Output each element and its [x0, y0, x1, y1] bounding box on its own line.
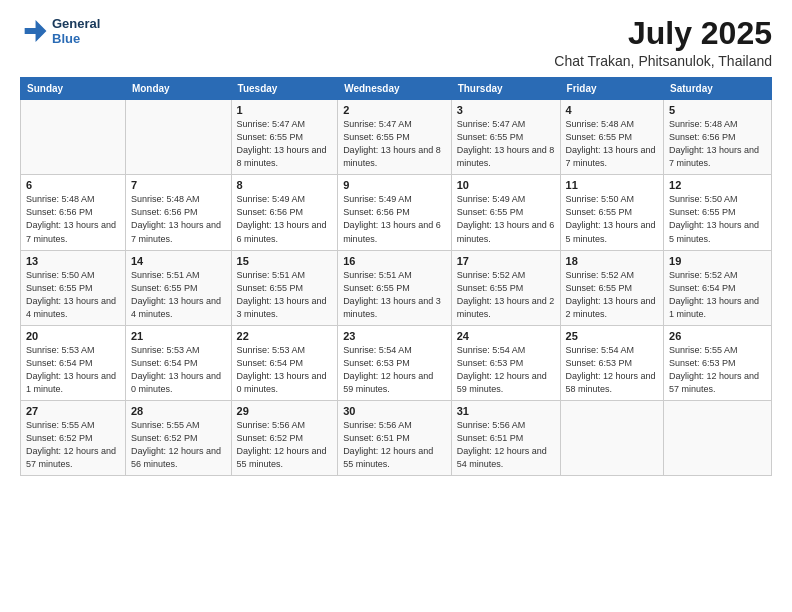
day-info: Sunrise: 5:47 AM Sunset: 6:55 PM Dayligh…	[457, 118, 555, 170]
week-row-4: 20Sunrise: 5:53 AM Sunset: 6:54 PM Dayli…	[21, 325, 772, 400]
calendar-cell: 4Sunrise: 5:48 AM Sunset: 6:55 PM Daylig…	[560, 100, 664, 175]
day-info: Sunrise: 5:49 AM Sunset: 6:56 PM Dayligh…	[237, 193, 333, 245]
day-number: 30	[343, 405, 446, 417]
calendar-cell: 24Sunrise: 5:54 AM Sunset: 6:53 PM Dayli…	[451, 325, 560, 400]
calendar-cell	[560, 400, 664, 475]
day-number: 24	[457, 330, 555, 342]
calendar-cell: 22Sunrise: 5:53 AM Sunset: 6:54 PM Dayli…	[231, 325, 338, 400]
day-info: Sunrise: 5:49 AM Sunset: 6:56 PM Dayligh…	[343, 193, 446, 245]
day-number: 18	[566, 255, 659, 267]
calendar-cell: 5Sunrise: 5:48 AM Sunset: 6:56 PM Daylig…	[664, 100, 772, 175]
day-number: 12	[669, 179, 766, 191]
day-number: 5	[669, 104, 766, 116]
day-number: 27	[26, 405, 120, 417]
calendar-cell: 17Sunrise: 5:52 AM Sunset: 6:55 PM Dayli…	[451, 250, 560, 325]
day-header-saturday: Saturday	[664, 78, 772, 100]
day-number: 21	[131, 330, 226, 342]
day-info: Sunrise: 5:52 AM Sunset: 6:55 PM Dayligh…	[457, 269, 555, 321]
day-info: Sunrise: 5:47 AM Sunset: 6:55 PM Dayligh…	[237, 118, 333, 170]
day-info: Sunrise: 5:56 AM Sunset: 6:52 PM Dayligh…	[237, 419, 333, 471]
day-number: 15	[237, 255, 333, 267]
calendar-cell: 9Sunrise: 5:49 AM Sunset: 6:56 PM Daylig…	[338, 175, 452, 250]
title-area: July 2025 Chat Trakan, Phitsanulok, Thai…	[554, 16, 772, 69]
day-info: Sunrise: 5:48 AM Sunset: 6:55 PM Dayligh…	[566, 118, 659, 170]
calendar-cell: 28Sunrise: 5:55 AM Sunset: 6:52 PM Dayli…	[125, 400, 231, 475]
day-number: 19	[669, 255, 766, 267]
day-number: 29	[237, 405, 333, 417]
day-info: Sunrise: 5:52 AM Sunset: 6:54 PM Dayligh…	[669, 269, 766, 321]
calendar-cell: 11Sunrise: 5:50 AM Sunset: 6:55 PM Dayli…	[560, 175, 664, 250]
logo-text: General Blue	[52, 16, 100, 46]
main-title: July 2025	[554, 16, 772, 51]
day-info: Sunrise: 5:48 AM Sunset: 6:56 PM Dayligh…	[669, 118, 766, 170]
calendar-cell	[125, 100, 231, 175]
day-info: Sunrise: 5:50 AM Sunset: 6:55 PM Dayligh…	[669, 193, 766, 245]
day-number: 1	[237, 104, 333, 116]
week-row-1: 1Sunrise: 5:47 AM Sunset: 6:55 PM Daylig…	[21, 100, 772, 175]
day-info: Sunrise: 5:54 AM Sunset: 6:53 PM Dayligh…	[457, 344, 555, 396]
calendar-cell: 3Sunrise: 5:47 AM Sunset: 6:55 PM Daylig…	[451, 100, 560, 175]
calendar-cell: 2Sunrise: 5:47 AM Sunset: 6:55 PM Daylig…	[338, 100, 452, 175]
day-info: Sunrise: 5:56 AM Sunset: 6:51 PM Dayligh…	[343, 419, 446, 471]
day-number: 28	[131, 405, 226, 417]
day-info: Sunrise: 5:47 AM Sunset: 6:55 PM Dayligh…	[343, 118, 446, 170]
calendar-cell: 1Sunrise: 5:47 AM Sunset: 6:55 PM Daylig…	[231, 100, 338, 175]
day-number: 8	[237, 179, 333, 191]
calendar-cell: 31Sunrise: 5:56 AM Sunset: 6:51 PM Dayli…	[451, 400, 560, 475]
day-info: Sunrise: 5:50 AM Sunset: 6:55 PM Dayligh…	[566, 193, 659, 245]
calendar-cell: 29Sunrise: 5:56 AM Sunset: 6:52 PM Dayli…	[231, 400, 338, 475]
calendar-cell: 7Sunrise: 5:48 AM Sunset: 6:56 PM Daylig…	[125, 175, 231, 250]
calendar-cell: 25Sunrise: 5:54 AM Sunset: 6:53 PM Dayli…	[560, 325, 664, 400]
day-info: Sunrise: 5:54 AM Sunset: 6:53 PM Dayligh…	[343, 344, 446, 396]
day-info: Sunrise: 5:55 AM Sunset: 6:53 PM Dayligh…	[669, 344, 766, 396]
day-header-friday: Friday	[560, 78, 664, 100]
calendar-cell: 10Sunrise: 5:49 AM Sunset: 6:55 PM Dayli…	[451, 175, 560, 250]
day-header-sunday: Sunday	[21, 78, 126, 100]
day-number: 14	[131, 255, 226, 267]
day-number: 3	[457, 104, 555, 116]
day-number: 13	[26, 255, 120, 267]
day-info: Sunrise: 5:51 AM Sunset: 6:55 PM Dayligh…	[343, 269, 446, 321]
calendar-cell: 18Sunrise: 5:52 AM Sunset: 6:55 PM Dayli…	[560, 250, 664, 325]
header: General Blue July 2025 Chat Trakan, Phit…	[20, 16, 772, 69]
day-number: 26	[669, 330, 766, 342]
week-row-3: 13Sunrise: 5:50 AM Sunset: 6:55 PM Dayli…	[21, 250, 772, 325]
day-info: Sunrise: 5:48 AM Sunset: 6:56 PM Dayligh…	[131, 193, 226, 245]
logo: General Blue	[20, 16, 100, 46]
day-number: 4	[566, 104, 659, 116]
day-number: 2	[343, 104, 446, 116]
day-number: 20	[26, 330, 120, 342]
calendar-cell: 14Sunrise: 5:51 AM Sunset: 6:55 PM Dayli…	[125, 250, 231, 325]
calendar-cell	[664, 400, 772, 475]
day-info: Sunrise: 5:54 AM Sunset: 6:53 PM Dayligh…	[566, 344, 659, 396]
calendar-cell: 13Sunrise: 5:50 AM Sunset: 6:55 PM Dayli…	[21, 250, 126, 325]
day-info: Sunrise: 5:53 AM Sunset: 6:54 PM Dayligh…	[237, 344, 333, 396]
day-number: 7	[131, 179, 226, 191]
day-header-tuesday: Tuesday	[231, 78, 338, 100]
day-header-monday: Monday	[125, 78, 231, 100]
calendar-cell: 8Sunrise: 5:49 AM Sunset: 6:56 PM Daylig…	[231, 175, 338, 250]
day-number: 9	[343, 179, 446, 191]
day-info: Sunrise: 5:48 AM Sunset: 6:56 PM Dayligh…	[26, 193, 120, 245]
calendar-cell: 16Sunrise: 5:51 AM Sunset: 6:55 PM Dayli…	[338, 250, 452, 325]
day-info: Sunrise: 5:55 AM Sunset: 6:52 PM Dayligh…	[26, 419, 120, 471]
week-row-2: 6Sunrise: 5:48 AM Sunset: 6:56 PM Daylig…	[21, 175, 772, 250]
calendar-cell: 26Sunrise: 5:55 AM Sunset: 6:53 PM Dayli…	[664, 325, 772, 400]
day-number: 31	[457, 405, 555, 417]
subtitle: Chat Trakan, Phitsanulok, Thailand	[554, 53, 772, 69]
day-number: 11	[566, 179, 659, 191]
day-info: Sunrise: 5:49 AM Sunset: 6:55 PM Dayligh…	[457, 193, 555, 245]
page: General Blue July 2025 Chat Trakan, Phit…	[0, 0, 792, 612]
day-info: Sunrise: 5:51 AM Sunset: 6:55 PM Dayligh…	[237, 269, 333, 321]
day-info: Sunrise: 5:51 AM Sunset: 6:55 PM Dayligh…	[131, 269, 226, 321]
calendar-cell: 23Sunrise: 5:54 AM Sunset: 6:53 PM Dayli…	[338, 325, 452, 400]
calendar-cell: 6Sunrise: 5:48 AM Sunset: 6:56 PM Daylig…	[21, 175, 126, 250]
calendar-cell: 20Sunrise: 5:53 AM Sunset: 6:54 PM Dayli…	[21, 325, 126, 400]
day-info: Sunrise: 5:52 AM Sunset: 6:55 PM Dayligh…	[566, 269, 659, 321]
day-number: 23	[343, 330, 446, 342]
calendar-cell	[21, 100, 126, 175]
day-info: Sunrise: 5:53 AM Sunset: 6:54 PM Dayligh…	[26, 344, 120, 396]
day-info: Sunrise: 5:53 AM Sunset: 6:54 PM Dayligh…	[131, 344, 226, 396]
calendar-table: SundayMondayTuesdayWednesdayThursdayFrid…	[20, 77, 772, 476]
day-number: 17	[457, 255, 555, 267]
